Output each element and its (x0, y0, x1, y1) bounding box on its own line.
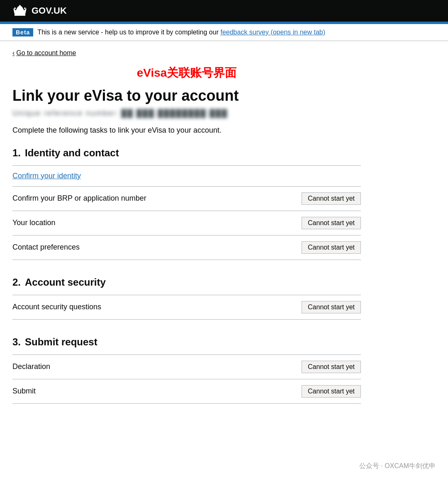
cannot-start-badge: Cannot start yet (302, 192, 361, 205)
task-label: Confirm your BRP or application number (12, 194, 146, 203)
intro-text: Complete the following tasks to link you… (12, 126, 361, 135)
section-3: 3. Submit request Declaration Cannot sta… (12, 336, 361, 404)
back-link-label: Go to account home (16, 49, 76, 57)
task-item: Confirm your BRP or application number C… (12, 187, 361, 211)
task-item: Your location Cannot start yet (12, 211, 361, 235)
section-1-title: Identity and contact (25, 147, 119, 159)
section-3-task-list: Declaration Cannot start yet Submit Cann… (12, 354, 361, 404)
beta-tag: Beta (12, 28, 33, 36)
section-2-title: Account security (25, 277, 106, 288)
cannot-start-badge: Cannot start yet (302, 241, 361, 254)
gov-logo-text: GOV.UK (32, 5, 67, 16)
section-2: 2. Account security Account security que… (12, 277, 361, 320)
svg-point-1 (14, 7, 16, 9)
reference-number-value: ██ ███ ████████ ███ (121, 109, 228, 117)
cannot-start-badge: Cannot start yet (302, 361, 361, 373)
section-2-task-list: Account security questions Cannot start … (12, 295, 361, 320)
beta-text: This is a new service - help us to impro… (37, 29, 325, 36)
reference-number-label: Unique reference number: (12, 109, 119, 117)
cannot-start-badge: Cannot start yet (302, 301, 361, 313)
gov-logo: GOV.UK (12, 5, 67, 17)
task-label: Account security questions (12, 303, 101, 311)
section-3-title: Submit request (25, 336, 97, 348)
page-title: Link your eVisa to your account (12, 87, 361, 104)
task-label: Your location (12, 218, 55, 227)
main-content: ‹ Go to account home eVisa关联账号界面 Link yo… (0, 41, 373, 437)
back-chevron: ‹ (12, 49, 15, 57)
section-2-number: 2. (12, 277, 21, 288)
task-item: Contact preferences Cannot start yet (12, 235, 361, 260)
task-label: Submit (12, 387, 36, 396)
section-2-header: 2. Account security (12, 277, 361, 288)
section-1-number: 1. (12, 147, 21, 159)
svg-point-3 (24, 7, 26, 9)
confirm-identity-link[interactable]: Confirm your identity (12, 172, 81, 180)
task-label: Contact preferences (12, 243, 80, 252)
back-link[interactable]: ‹ Go to account home (12, 49, 361, 57)
feedback-link[interactable]: feedback survey (opens in new tab) (220, 29, 325, 36)
task-item: Account security questions Cannot start … (12, 295, 361, 320)
section-3-number: 3. (12, 336, 21, 348)
task-item: Declaration Cannot start yet (12, 355, 361, 379)
govuk-header: GOV.UK (0, 0, 448, 22)
svg-point-2 (19, 5, 21, 7)
cannot-start-badge: Cannot start yet (302, 385, 361, 398)
section-1: 1. Identity and contact Confirm your ide… (12, 147, 361, 260)
section-1-header: 1. Identity and contact (12, 147, 361, 159)
reference-number-row: Unique reference number: ██ ███ ████████… (12, 109, 361, 118)
task-label: Declaration (12, 362, 50, 371)
section-3-header: 3. Submit request (12, 336, 361, 348)
task-item: Confirm your identity (12, 166, 361, 187)
crown-icon (12, 5, 27, 17)
section-1-task-list: Confirm your identity Confirm your BRP o… (12, 165, 361, 260)
task-item: Submit Cannot start yet (12, 379, 361, 404)
svg-rect-0 (15, 14, 25, 16)
cannot-start-badge: Cannot start yet (302, 217, 361, 229)
beta-banner: Beta This is a new service - help us to … (0, 24, 448, 41)
watermark-text: eVisa关联账号界面 (12, 65, 361, 81)
